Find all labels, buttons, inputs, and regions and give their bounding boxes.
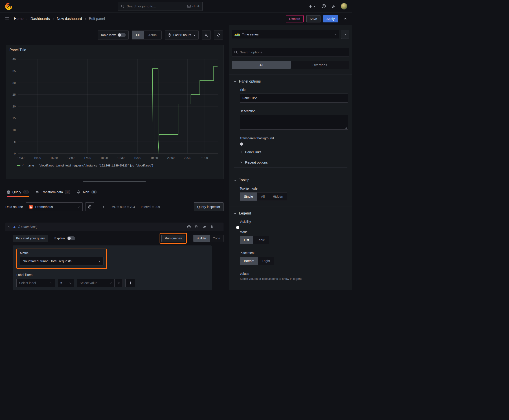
tooltip-mode-hidden[interactable]: Hidden <box>269 193 287 201</box>
panel-title-input[interactable] <box>240 94 348 103</box>
grafana-logo-icon[interactable] <box>5 2 13 10</box>
tab-transform-data[interactable]: Transform data 0 <box>36 187 70 197</box>
legend-header[interactable]: Legend <box>234 211 347 215</box>
panel-edit-area: Table view Fill Actual Last 6 hours <box>0 25 229 290</box>
panel-options-header[interactable]: Panel options <box>234 79 347 83</box>
breadcrumb-item-home[interactable]: Home <box>14 17 23 21</box>
query-toolbar: Data source Prometheus MD = auto = 704 I… <box>5 202 224 211</box>
help-button[interactable] <box>321 3 327 10</box>
hamburger-icon <box>5 17 9 21</box>
row-help-icon[interactable] <box>187 225 191 229</box>
chevron-down-icon <box>234 212 236 215</box>
query-options-toggle[interactable] <box>101 205 106 209</box>
panel-view-toolbar: Table view Fill Actual Last 6 hours <box>0 30 223 39</box>
select-label-dropdown[interactable]: Select label <box>16 279 55 287</box>
legend-mode-label: Mode <box>240 230 347 234</box>
chevron-down-icon <box>69 282 72 284</box>
svg-text:21:00: 21:00 <box>201 156 208 159</box>
description-textarea[interactable] <box>240 115 348 130</box>
transform-icon <box>36 190 39 194</box>
collapse-toolbar-button[interactable] <box>342 16 348 22</box>
breadcrumb-item-dashboards[interactable]: Dashboards <box>30 17 50 21</box>
mega-menu-toggle[interactable] <box>4 15 11 22</box>
transform-count-badge: 0 <box>65 190 70 194</box>
trash-icon[interactable] <box>210 225 214 229</box>
select-value-dropdown[interactable]: Select value <box>77 279 115 287</box>
options-pane-collapse-button[interactable] <box>341 30 349 39</box>
builder-mode-option[interactable]: Builder <box>193 235 210 242</box>
tab-overrides[interactable]: Overrides <box>291 61 349 69</box>
tooltip-header[interactable]: Tooltip <box>234 178 347 182</box>
search-bar[interactable]: ctrl+k <box>118 2 203 11</box>
save-button[interactable]: Save <box>306 15 320 22</box>
chevron-down-icon <box>193 34 196 36</box>
close-icon <box>117 282 120 285</box>
legend-mode-table[interactable]: Table <box>253 236 269 244</box>
svg-text:40: 40 <box>13 58 16 61</box>
refresh-button[interactable] <box>214 30 223 39</box>
query-builder: Metric cloudflared_tunnel_total_requests… <box>13 246 212 290</box>
legend-mode-list[interactable]: List <box>240 236 253 244</box>
transparent-background-label: Transparent background <box>240 136 347 140</box>
run-queries-button[interactable]: Run queries <box>161 235 185 242</box>
fill-option[interactable]: Fill <box>132 31 144 39</box>
query-ref-id[interactable]: A <box>13 225 16 229</box>
tooltip-mode-group: Single All Hidden <box>240 192 287 201</box>
breadcrumb-item-new-dashboard[interactable]: New dashboard <box>57 17 82 21</box>
tab-query[interactable]: Query 1 <box>7 187 29 197</box>
add-filter-button[interactable] <box>125 279 135 287</box>
resize-grip-bar <box>83 181 146 182</box>
tooltip-mode-single[interactable]: Single <box>240 193 257 201</box>
options-search-input[interactable] <box>232 48 349 57</box>
chevron-down-icon[interactable] <box>8 225 11 228</box>
duplicate-icon[interactable] <box>195 225 198 229</box>
search-input[interactable] <box>127 5 185 8</box>
chevron-right-icon <box>240 150 243 153</box>
time-range-picker[interactable]: Last 6 hours <box>165 30 199 39</box>
title-label: Title <box>240 88 347 91</box>
datasource-help-button[interactable] <box>85 202 94 211</box>
tab-alert[interactable]: Alert 0 <box>77 187 97 197</box>
explain-label: Explain <box>54 236 65 240</box>
svg-text:15:30: 15:30 <box>17 156 24 159</box>
remove-filter-button[interactable] <box>115 279 123 287</box>
repeat-options-category[interactable]: Repeat options <box>234 157 347 168</box>
visualization-picker[interactable]: Time series <box>232 30 339 39</box>
plus-icon <box>129 281 132 285</box>
chart-legend: {__name__="cloudflared_tunnel_total_requ… <box>17 164 224 167</box>
eye-icon[interactable] <box>202 225 206 229</box>
legend-placement-bottom[interactable]: Bottom <box>240 257 258 265</box>
apply-button[interactable]: Apply <box>323 15 338 22</box>
drag-handle-icon[interactable] <box>218 225 221 229</box>
user-avatar[interactable] <box>341 3 347 10</box>
tab-all[interactable]: All <box>232 61 291 69</box>
query-datasource-hint: (Prometheus) <box>18 225 38 229</box>
top-navigation: ctrl+k <box>0 0 352 13</box>
zoom-out-button[interactable] <box>202 30 211 39</box>
actual-option[interactable]: Actual <box>144 31 161 39</box>
table-view-switch[interactable] <box>118 33 126 37</box>
pane-resize-handle[interactable] <box>0 179 229 184</box>
metric-select[interactable]: cloudflared_tunnel_total_requests <box>20 257 103 265</box>
chevron-up-icon <box>343 17 347 21</box>
tooltip-mode-all[interactable]: All <box>257 193 269 201</box>
kick-start-button[interactable]: Kick start your query <box>13 235 48 242</box>
discard-button[interactable]: Discard <box>286 15 304 22</box>
code-mode-option[interactable]: Code <box>210 235 223 242</box>
explain-switch[interactable] <box>67 236 75 240</box>
timeseries-chart[interactable]: 051015202530354015:3016:0016:3017:0017:3… <box>8 56 221 164</box>
new-menu-button[interactable] <box>308 3 317 10</box>
legend-placement-group: Bottom Right <box>240 257 274 265</box>
zoom-out-icon <box>205 33 208 37</box>
news-button[interactable] <box>331 3 337 10</box>
chevron-right-icon <box>26 18 28 20</box>
query-inspector-button[interactable]: Query inspector <box>194 202 224 211</box>
panel-links-category[interactable]: Panel links <box>234 147 347 157</box>
table-view-label: Table view <box>100 33 116 37</box>
prometheus-icon <box>29 205 33 209</box>
operator-dropdown[interactable]: = <box>58 279 74 287</box>
legend-placement-right[interactable]: Right <box>258 257 274 265</box>
datasource-picker[interactable]: Prometheus <box>26 202 83 211</box>
query-row-header[interactable]: A (Prometheus) <box>5 223 224 231</box>
legend-label[interactable]: {__name__="cloudflared_tunnel_total_requ… <box>23 164 153 167</box>
